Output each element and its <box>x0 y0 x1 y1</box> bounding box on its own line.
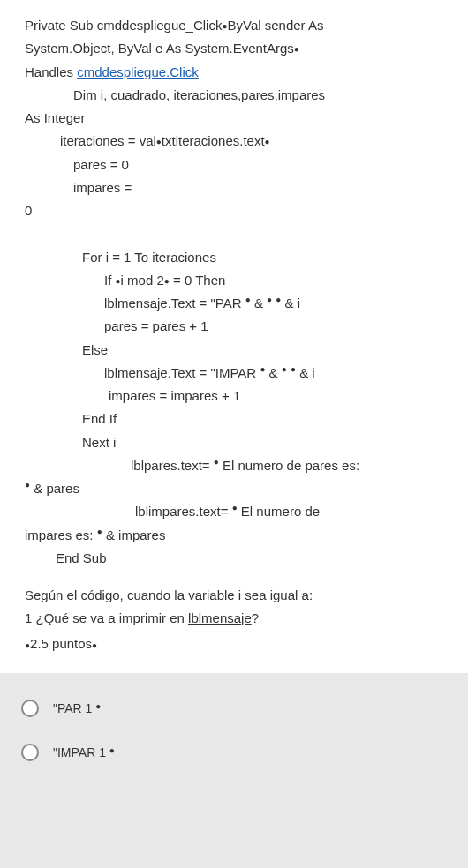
quote-icon: ● <box>95 701 101 711</box>
code-text: El numero de pares es: <box>219 458 359 473</box>
code-text: Dim i, cuadrado, iteraciones,pares,impar… <box>73 87 325 102</box>
question-card: Private Sub cmddespliegue_Click●ByVal se… <box>0 0 468 673</box>
code-text: lblmensaje.Text = "IMPAR <box>104 365 260 380</box>
bullet-icon: ● <box>265 138 270 147</box>
code-text: & i <box>281 296 300 311</box>
code-line: If ●i mod 2● = 0 Then <box>25 269 443 292</box>
code-line: iteraciones = val●txtiteraciones.text● <box>25 130 443 153</box>
code-text: If <box>104 273 116 288</box>
answer-text: "IMPAR 1 ● <box>53 745 115 760</box>
code-text: As Integer <box>25 110 85 125</box>
code-line: System.Object, ByVal e As System.EventAr… <box>25 37 443 60</box>
code-text: Private Sub cmddespliegue_Click <box>25 18 222 33</box>
text: ? <box>252 610 259 625</box>
code-text: = 0 Then <box>170 273 226 288</box>
code-line: lblimpares.text= ● El numero de <box>25 500 443 523</box>
code-text: impares = impares + 1 <box>109 388 240 403</box>
code-text: i mod 2 <box>121 273 164 288</box>
code-line: Next i <box>25 431 443 454</box>
quote-icon: ● <box>282 364 287 374</box>
code-text: & i <box>296 365 315 380</box>
code-line: As Integer <box>25 107 443 130</box>
question-text: Según el código, cuando la variable i se… <box>25 584 443 655</box>
code-line: For i = 1 To iteraciones <box>25 246 443 269</box>
quote-icon: ● <box>109 745 115 755</box>
code-line: lblmensaje.Text = "PAR ● & ● ● & i <box>25 292 443 315</box>
radio-icon[interactable] <box>21 744 39 761</box>
code-link[interactable]: cmddespliegue.Click <box>77 64 199 79</box>
code-line: lblmensaje.Text = "IMPAR ● & ● ● & i <box>25 362 443 385</box>
code-line: impares = <box>25 176 443 199</box>
code-text: For i = 1 To iteraciones <box>82 250 216 265</box>
answers-section: "PAR 1 ● "IMPAR 1 ● <box>0 673 468 814</box>
code-text: Else <box>82 342 108 357</box>
code-text: & pares <box>30 481 79 496</box>
code-line: End Sub <box>25 547 443 570</box>
code-line: pares = 0 <box>25 153 443 176</box>
bullet-icon: ● <box>294 45 299 55</box>
code-line: impares es: ● & impares <box>25 524 443 547</box>
code-text: impares = <box>73 180 132 195</box>
code-text: iteraciones = val <box>60 133 156 148</box>
code-text: lblpares.text= <box>131 458 214 473</box>
code-line: Handles cmddespliegue.Click <box>25 61 443 84</box>
code-line: Else <box>25 339 443 362</box>
quote-icon: ● <box>267 295 272 304</box>
code-line: Private Sub cmddespliegue_Click●ByVal se… <box>25 14 443 37</box>
bullet-icon: ● <box>92 640 97 650</box>
code-text: End Sub <box>56 550 107 565</box>
code-line: ● & pares <box>25 477 443 500</box>
code-block: Private Sub cmddespliegue_Click●ByVal se… <box>25 14 443 570</box>
code-text: txtiteraciones.text <box>162 133 265 148</box>
code-text: Next i <box>82 435 116 450</box>
code-text: & <box>251 296 267 311</box>
code-text: & impares <box>102 528 166 542</box>
code-line: pares = pares + 1 <box>25 315 443 338</box>
code-text: pares = pares + 1 <box>104 318 208 333</box>
code-text: ByVal sender As <box>228 18 324 33</box>
answer-option-2[interactable]: "IMPAR 1 ● <box>18 744 450 761</box>
code-line: lblpares.text= ● El numero de pares es: <box>25 454 443 477</box>
code-line: Dim i, cuadrado, iteraciones,pares,impar… <box>25 84 443 107</box>
code-text: Handles <box>25 64 77 79</box>
answer-text: "PAR 1 ● <box>53 701 101 715</box>
radio-icon[interactable] <box>21 700 39 717</box>
code-text: El numero de <box>238 504 320 519</box>
answer-option-1[interactable]: "PAR 1 ● <box>18 700 450 717</box>
code-text: lblmensaje.Text = "PAR <box>104 296 245 311</box>
code-line: End If <box>25 408 443 430</box>
code-line: 0 <box>25 199 443 222</box>
code-line: impares = impares + 1 <box>25 385 443 408</box>
points-value: 2.5 puntos <box>30 636 92 651</box>
code-text: End If <box>82 411 117 426</box>
code-text: impares es: <box>25 528 97 542</box>
code-text: System.Object, ByVal e As System.EventAr… <box>25 41 294 56</box>
text: 1 ¿Qué se va a imprimir en <box>25 610 188 625</box>
points: ●2.5 puntos● <box>25 632 443 655</box>
code-text: pares = 0 <box>73 157 129 172</box>
code-text: lblimpares.text= <box>135 504 232 519</box>
code-text: & <box>265 365 281 380</box>
code-text: 0 <box>25 203 32 218</box>
underline-text: lblmensaje <box>188 610 252 625</box>
question-line: Según el código, cuando la variable i se… <box>25 584 443 607</box>
question-line: 1 ¿Qué se va a imprimir en lblmensaje? <box>25 607 443 630</box>
